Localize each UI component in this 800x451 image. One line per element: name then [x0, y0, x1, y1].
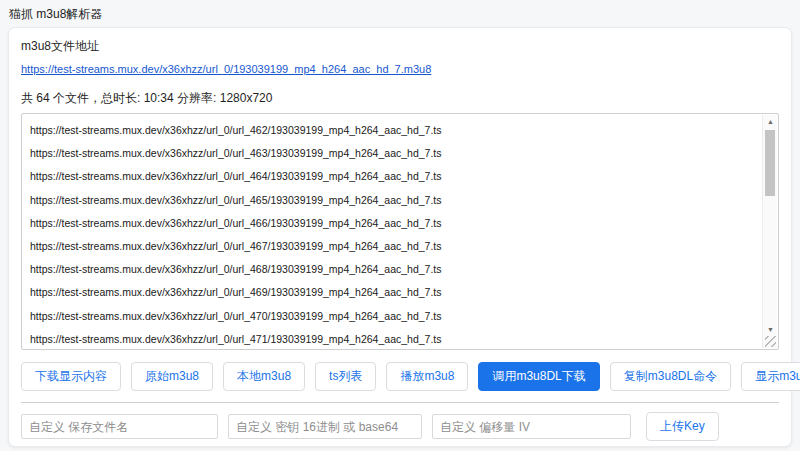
ts-url-line: https://test-streams.mux.dev/x36xhzz/url…	[30, 258, 756, 281]
show-m3u8dl-command-button[interactable]: 显示m3u8DL命令	[741, 362, 800, 391]
ts-url-line: https://test-streams.mux.dev/x36xhzz/url…	[30, 165, 756, 188]
upload-key-button[interactable]: 上传Key	[646, 412, 719, 441]
scroll-up-icon[interactable]: ▲	[763, 115, 778, 128]
textarea-resize-grip-icon[interactable]	[765, 336, 776, 347]
page-title: 猫抓 m3u8解析器	[0, 0, 800, 27]
ts-url-line: https://test-streams.mux.dev/x36xhzz/url…	[30, 305, 756, 328]
copy-m3u8dl-command-button[interactable]: 复制m3u8DL命令	[610, 362, 731, 391]
play-m3u8-button[interactable]: 播放m3u8	[386, 362, 468, 391]
divider	[21, 402, 779, 403]
ts-url-line: https://test-streams.mux.dev/x36xhzz/url…	[30, 235, 756, 258]
ts-url-line: https://test-streams.mux.dev/x36xhzz/url…	[30, 189, 756, 212]
iv-input[interactable]	[432, 414, 631, 439]
m3u8-url-label: m3u8文件地址	[21, 38, 779, 55]
ts-list-button[interactable]: ts列表	[315, 362, 376, 391]
ts-url-line: https://test-streams.mux.dev/x36xhzz/url…	[30, 281, 756, 304]
m3u8-url-link[interactable]: https://test-streams.mux.dev/x36xhzz/url…	[21, 63, 431, 75]
custom-options-row: 上传Key	[21, 412, 779, 441]
ts-list-textarea[interactable]: https://test-streams.mux.dev/x36xhzz/url…	[21, 113, 779, 350]
local-m3u8-button[interactable]: 本地m3u8	[223, 362, 305, 391]
parser-panel: m3u8文件地址 https://test-streams.mux.dev/x3…	[8, 27, 792, 447]
invoke-m3u8dl-download-button[interactable]: 调用m3u8DL下载	[478, 362, 599, 391]
original-m3u8-button[interactable]: 原始m3u8	[131, 362, 213, 391]
ts-url-line: https://test-streams.mux.dev/x36xhzz/url…	[30, 212, 756, 235]
ts-url-line: https://test-streams.mux.dev/x36xhzz/url…	[30, 119, 756, 142]
textarea-scrollbar[interactable]: ▲ ▼	[762, 115, 777, 348]
file-count-info: 共 64 个文件，总时长: 10:34 分辨率: 1280x720	[21, 90, 779, 107]
ts-url-line: https://test-streams.mux.dev/x36xhzz/url…	[30, 328, 756, 350]
key-input[interactable]	[228, 414, 422, 439]
toolbar: 下载显示内容 原始m3u8 本地m3u8 ts列表 播放m3u8 调用m3u8D…	[21, 362, 779, 391]
scroll-down-icon[interactable]: ▼	[763, 323, 778, 336]
download-displayed-content-button[interactable]: 下载显示内容	[21, 362, 121, 391]
scrollbar-thumb[interactable]	[765, 130, 775, 196]
filename-input[interactable]	[21, 414, 218, 439]
ts-url-line: https://test-streams.mux.dev/x36xhzz/url…	[30, 142, 756, 165]
